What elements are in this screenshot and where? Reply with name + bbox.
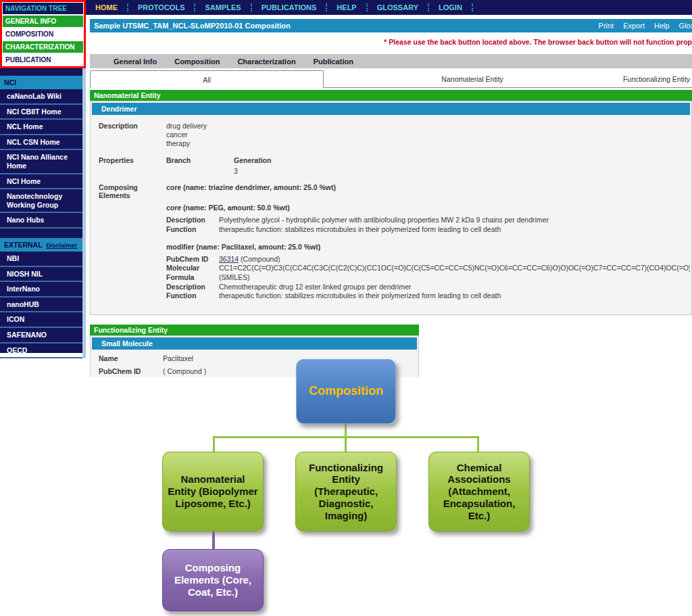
connector-root	[345, 424, 347, 453]
description-line: cancer	[166, 131, 690, 139]
subtab-bar: All Nanomaterial Entity Functionalizing …	[90, 70, 692, 88]
description-label: Description	[99, 122, 166, 148]
sidebar-external-items: NBINIOSH NILInterNanonanoHUBICONSAFENANO…	[0, 252, 82, 358]
sidebar-nci-header: NCI	[0, 76, 82, 89]
sidebar-link[interactable]: NCL CSN Home	[0, 135, 82, 151]
sidebar-link[interactable]: OECD	[0, 343, 82, 359]
diagram-chemical-associations-box: Chemical Associations (Attachment, Encap…	[428, 452, 530, 531]
sidebar-link[interactable]: Nanotechnology Working Group	[0, 189, 82, 213]
element-field-row: Functiontherapeutic function: stabilizes…	[166, 291, 690, 301]
properties-row: Properties Branch Generation 3	[99, 156, 690, 175]
tab-item[interactable]: Composition	[174, 57, 220, 66]
subtab-all[interactable]: All	[90, 70, 324, 88]
diagram-nanomaterial-entity-box: Nanomaterial Entity (Biopolymer Liposome…	[162, 452, 264, 531]
sample-header-bar: Sample UTSMC_TAM_NCL-SLoMP2010-01 Compos…	[90, 19, 692, 32]
smiles-string: CC1=C2C(C(=O)C3(C(CC4C(C3C(C(C2(C)C)(CC1…	[219, 264, 690, 273]
nanomaterial-entity-section: Dendrimer Description drug deliverycance…	[90, 101, 692, 315]
sidebar-link[interactable]: NCI Home	[0, 174, 82, 190]
external-label: EXTERNAL	[4, 241, 43, 249]
sidebar-link[interactable]: NCL Home	[0, 120, 82, 135]
tab-item[interactable]: Publication	[314, 57, 353, 66]
navigation-tree: NAVIGATION TREE GENERAL INFOCOMPOSITIONC…	[0, 0, 86, 68]
sidebar-link[interactable]: NCI Nano Alliance Home	[0, 150, 82, 174]
topnav-item[interactable]: SAMPLES	[194, 3, 250, 11]
field-value: Chemotherapeutic drug 12 ester linked gr…	[219, 283, 690, 292]
page-title: Sample UTSMC_TAM_NCL-SLoMP2010-01 Compos…	[94, 22, 291, 30]
header-link[interactable]: Export	[623, 22, 645, 30]
diagram-functionalizing-entity-box: Functionalizing Entity (Therapeutic, Dia…	[295, 452, 397, 531]
field-value: ( Compound )	[163, 367, 206, 375]
field-label: PubChem ID	[166, 255, 219, 264]
topnav-item[interactable]: HELP	[326, 3, 366, 11]
tab-bar: General InfoCompositionCharacterizationP…	[90, 54, 692, 68]
field-value: CC1=C2C(C(=O)C3(C(CC4C(C3C(C(C2(C)C)(CC1…	[219, 264, 690, 282]
subtab-functionalizing-entity[interactable]: Functionalizing Entity	[621, 70, 692, 88]
field-label: Molecular Formula	[166, 264, 219, 282]
element-title: core (name: triazine dendrimer, amount: …	[166, 183, 690, 191]
sidebar-link[interactable]: caNanoLab Wiki	[0, 89, 82, 105]
field-value: Polyethylene glycol - hydrophilic polyme…	[219, 216, 690, 225]
topnav-item[interactable]: GLOSSARY	[366, 3, 428, 11]
topnav-item[interactable]: LOGIN	[428, 3, 472, 11]
functionalizing-entity-header: Functionalizing Entity	[90, 325, 419, 335]
sidebar-link[interactable]: NIOSH NIL	[0, 267, 82, 283]
generation-value: 3	[234, 167, 301, 175]
field-value: 36314 (Compound)	[219, 255, 690, 264]
pubchem-id-link[interactable]: 36314	[219, 255, 239, 263]
navtree-item[interactable]: CHARACTERIZATION	[3, 41, 83, 53]
sidebar-external-header: EXTERNALDisclaimer	[0, 238, 82, 252]
field-label: Name	[99, 354, 163, 362]
header-link[interactable]: Print	[599, 22, 614, 30]
properties-label: Properties	[99, 156, 166, 175]
field-value: Paclitaxel	[163, 354, 193, 362]
tab-item[interactable]: General Info	[114, 57, 157, 66]
sidebar-nci-items: caNanoLab WikiNCI CBIIT HomeNCL HomeNCL …	[0, 89, 82, 229]
tab-item[interactable]: Characterization	[237, 57, 295, 66]
description-line: drug delivery	[166, 122, 690, 131]
navtree-item[interactable]: GENERAL INFO	[3, 16, 83, 27]
topnav-item[interactable]: PROTOCOLS	[127, 3, 194, 11]
field-label: Description	[166, 216, 219, 225]
element-field-row: Functiontherapeutic function: stabilizes…	[166, 225, 690, 235]
property-branch: Branch	[166, 156, 234, 164]
navigation-tree-items: GENERAL INFOCOMPOSITIONCHARACTERIZATIONP…	[3, 16, 83, 66]
field-label: Description	[166, 283, 219, 292]
connector-purple	[212, 531, 215, 550]
diagram-composition-box: Composition	[296, 359, 396, 424]
sidebar-link[interactable]: ICON	[0, 312, 82, 328]
sidebar-link[interactable]: SAFENANO	[0, 328, 82, 343]
header-link[interactable]: Help	[654, 22, 670, 30]
property-generation: Generation	[234, 156, 301, 164]
sidebar-link[interactable]: InterNano	[0, 282, 82, 298]
sidebar-link[interactable]: NBI	[0, 252, 82, 267]
sidebar-link[interactable]: nanoHUB	[0, 298, 82, 313]
element-field-row: Molecular FormulaCC1=C2C(C(=O)C3(C(CC4C(…	[166, 264, 690, 282]
navtree-item[interactable]: PUBLICATION	[3, 54, 83, 66]
navtree-item[interactable]: COMPOSITION	[3, 28, 83, 40]
subtab-nanomaterial-entity[interactable]: Nanomaterial Entity	[324, 70, 621, 88]
element-field-row: DescriptionPolyethylene glycol - hydroph…	[166, 216, 690, 225]
navigation-tree-title: NAVIGATION TREE	[3, 3, 83, 14]
description-row: Description drug deliverycancertherapy	[99, 122, 690, 148]
sidebar-link[interactable]: Nano Hubs	[0, 213, 82, 229]
composing-elements-list: core (name: triazine dendrimer, amount: …	[166, 183, 690, 300]
header-link[interactable]: Glossary	[679, 22, 692, 30]
top-navigation: HOMEPROTOCOLSSAMPLESPUBLICATIONSHELPGLOS…	[86, 0, 692, 15]
field-label: Function	[166, 291, 219, 301]
field-value: therapeutic function: stabilizes microtu…	[219, 291, 690, 301]
sidebar-links: NCI caNanoLab WikiNCI CBIIT HomeNCL Home…	[0, 68, 86, 358]
description-line: therapy	[166, 139, 690, 148]
element-title: modifier (name: Paclitaxel, amount: 25.0…	[166, 243, 690, 251]
element-title: core (name: PEG, amount: 50.0 %wt)	[166, 204, 690, 212]
composing-elements-label: Composing Elements	[99, 183, 166, 300]
sidebar-link[interactable]: NCI CBIIT Home	[0, 105, 82, 120]
connector-horizontal	[213, 436, 479, 438]
disclaimer-link[interactable]: Disclaimer	[47, 242, 78, 249]
dendrimer-header: Dendrimer	[92, 103, 690, 115]
topnav-item[interactable]: PUBLICATIONS	[251, 3, 326, 11]
back-button-warning: * Please use the back button located abo…	[90, 38, 692, 47]
description-value: drug deliverycancertherapy	[166, 122, 690, 148]
field-label: Function	[166, 225, 219, 235]
topnav-item[interactable]: HOME	[86, 3, 127, 11]
main-content: Sample UTSMC_TAM_NCL-SLoMP2010-01 Compos…	[90, 19, 692, 377]
